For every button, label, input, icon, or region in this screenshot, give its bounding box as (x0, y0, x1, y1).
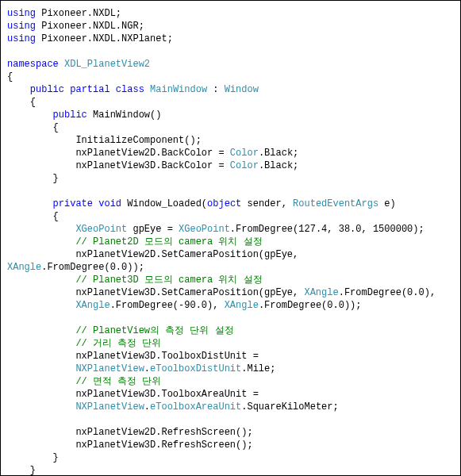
code-token-type: NXPlanetView (75, 363, 144, 374)
code-line: } (7, 172, 454, 185)
code-line: nxPlanetView2D.RefreshScreen(); (7, 426, 454, 439)
code-token-plain: .FromDegree(127.4, 38.0, 1500000); (230, 224, 425, 235)
code-token-plain: nxPlanetView3D.RefreshScreen(); (7, 440, 253, 451)
code-token-plain (110, 84, 116, 95)
code-token-plain: Pixoneer.NXDL.NXPlanet; (36, 33, 173, 44)
code-token-plain: Window_Loaded( (121, 198, 207, 209)
code-token-plain: sender, (241, 198, 293, 209)
code-token-plain (7, 414, 13, 425)
code-token-plain: .SquareKiloMeter; (241, 401, 338, 413)
code-token-keyword: partial (70, 84, 109, 95)
code-token-plain: { (7, 71, 13, 83)
code-line: // 거리 측정 단위 (7, 337, 454, 350)
code-line: { (7, 121, 454, 134)
code-line (7, 185, 454, 198)
code-line: } (7, 451, 454, 464)
code-token-type: RoutedEventArgs (293, 198, 378, 209)
code-token-plain: { (7, 97, 36, 108)
code-token-type: XAngle (225, 300, 259, 311)
code-token-plain: . (144, 401, 150, 413)
code-token-type: XAngle (75, 300, 109, 311)
code-token-plain (7, 274, 75, 286)
code-line: using Pixoneer.NXDL; (7, 7, 454, 20)
code-token-keyword: class (116, 84, 144, 95)
code-line: using Pixoneer.NXDL.NGR; (7, 20, 454, 33)
code-token-plain (7, 46, 13, 57)
code-token-plain: .FromDegree(0.0), (339, 287, 442, 298)
code-line: { (7, 96, 454, 109)
code-line: nxPlanetView3D.RefreshScreen(); (7, 439, 454, 451)
code-token-plain: nxPlanetView2D.RefreshScreen(); (7, 427, 253, 438)
code-token-type: XDL_PlanetView2 (64, 59, 150, 70)
code-line: // Planet2D 모드의 camera 위치 설정 (7, 236, 454, 248)
code-token-keyword: public (53, 109, 87, 121)
code-token-plain: .FromDegree(0.0)); (41, 262, 144, 273)
code-token-plain (7, 338, 75, 349)
code-token-plain: nxPlanetView2D.BackColor = (7, 148, 230, 159)
code-token-plain: nxPlanetView3D.BackColor = (7, 160, 230, 171)
code-line: namespace XDL_PlanetView2 (7, 58, 454, 71)
code-token-type: eToolboxAreaUnit (150, 401, 241, 413)
code-line: XGeoPoint gpEye = XGeoPoint.FromDegree(1… (7, 223, 454, 236)
code-token-comment: // Planet3D 모드의 camera 위치 설정 (75, 274, 262, 286)
code-line (7, 413, 454, 426)
code-block: using Pixoneer.NXDL;using Pixoneer.NXDL.… (7, 7, 454, 476)
code-token-type: Color (230, 148, 259, 159)
code-token-plain: Pixoneer.NXDL.NGR; (36, 21, 144, 32)
code-line: InitializeComponent(); (7, 134, 454, 147)
code-token-plain: nxPlanetView3D.SetCameraPosition(gpEye, (7, 287, 304, 298)
code-token-plain (7, 236, 75, 248)
code-token-keyword: using (7, 33, 36, 44)
code-token-plain (144, 84, 150, 95)
code-line: nxPlanetView2D.BackColor = Color.Black; (7, 147, 454, 159)
code-token-plain (7, 313, 13, 324)
code-token-plain: } (7, 452, 59, 463)
code-line: nxPlanetView3D.BackColor = Color.Black; (7, 159, 454, 172)
code-token-keyword: using (7, 21, 36, 32)
code-token-keyword: object (207, 198, 241, 209)
code-token-plain: .FromDegree(0.0)); (259, 300, 362, 311)
code-token-type: MainWindow (150, 84, 207, 95)
code-token-plain (7, 84, 30, 95)
code-token-plain: { (7, 122, 59, 133)
code-token-keyword: namespace (7, 59, 59, 70)
code-line: // PlanetView의 측정 단위 설정 (7, 324, 454, 337)
code-token-plain: .Mile; (241, 363, 275, 374)
code-token-plain: MainWindow() (87, 109, 162, 121)
code-line: } (7, 464, 454, 476)
code-token-type: XGeoPoint (75, 224, 127, 235)
code-token-type: Color (230, 160, 259, 171)
code-token-plain: } (7, 465, 36, 476)
code-line: { (7, 210, 454, 223)
code-token-plain (7, 376, 75, 387)
code-token-type: Window (225, 84, 259, 95)
code-token-plain: nxPlanetView3D.ToolboxAreaUnit = (7, 389, 264, 400)
code-line: nxPlanetView2D.SetCameraPosition(gpEye, (7, 248, 454, 261)
code-token-plain (7, 401, 75, 413)
code-token-keyword: private (53, 198, 93, 209)
code-line: private void Window_Loaded(object sender… (7, 198, 454, 210)
code-token-type: XAngle (7, 262, 41, 273)
code-token-comment: // 면적 측정 단위 (75, 376, 161, 387)
code-line: NXPlanetView.eToolboxDistUnit.Mile; (7, 363, 454, 375)
code-token-plain: .Black; (259, 148, 298, 159)
code-token-plain (59, 59, 64, 70)
code-line (7, 312, 454, 324)
code-token-plain (7, 224, 75, 235)
code-token-plain (7, 300, 75, 311)
code-token-comment: // 거리 측정 단위 (75, 338, 161, 349)
code-token-plain: nxPlanetView3D.ToolboxDistUnit = (7, 351, 264, 362)
code-token-plain: Pixoneer.NXDL; (36, 8, 121, 19)
code-token-comment: // PlanetView의 측정 단위 설정 (75, 325, 233, 336)
code-token-plain (7, 186, 13, 197)
code-token-keyword: void (98, 198, 121, 209)
code-token-plain: : (207, 84, 225, 95)
code-line: public MainWindow() (7, 109, 454, 121)
code-token-plain: nxPlanetView2D.SetCameraPosition(gpEye, (7, 249, 304, 260)
code-token-plain: InitializeComponent(); (7, 135, 202, 146)
code-token-keyword: using (7, 8, 36, 19)
code-token-plain: . (144, 363, 150, 374)
code-line: using Pixoneer.NXDL.NXPlanet; (7, 33, 454, 45)
code-line: { (7, 71, 454, 83)
code-line: NXPlanetView.eToolboxAreaUnit.SquareKilo… (7, 401, 454, 413)
